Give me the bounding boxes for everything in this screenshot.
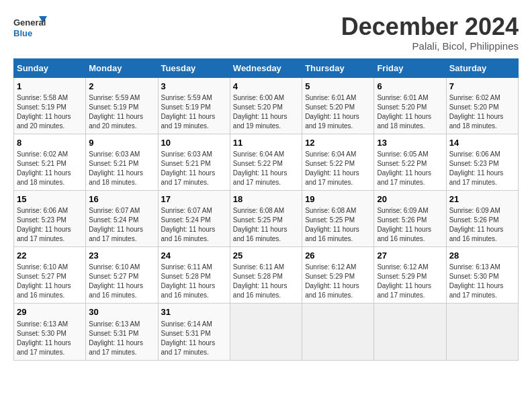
day-info: Sunrise: 6:13 AM Sunset: 5:30 PM Dayligh… xyxy=(17,320,83,357)
calendar-cell: 6Sunrise: 6:01 AM Sunset: 5:20 PM Daylig… xyxy=(374,77,446,134)
calendar-cell: 26Sunrise: 6:12 AM Sunset: 5:29 PM Dayli… xyxy=(302,247,374,304)
day-info: Sunrise: 6:13 AM Sunset: 5:31 PM Dayligh… xyxy=(89,320,154,357)
svg-text:Blue: Blue xyxy=(13,28,32,38)
calendar-cell: 8Sunrise: 6:02 AM Sunset: 5:21 PM Daylig… xyxy=(14,134,86,190)
calendar-week-row: 29Sunrise: 6:13 AM Sunset: 5:30 PM Dayli… xyxy=(14,304,519,360)
calendar-cell: 11Sunrise: 6:04 AM Sunset: 5:22 PM Dayli… xyxy=(230,134,302,190)
day-info: Sunrise: 6:02 AM Sunset: 5:21 PM Dayligh… xyxy=(17,150,83,187)
day-number: 20 xyxy=(377,193,443,205)
day-number: 21 xyxy=(449,193,515,205)
title-area: December 2024 Palali, Bicol, Philippines xyxy=(341,13,519,52)
day-info: Sunrise: 6:06 AM Sunset: 5:23 PM Dayligh… xyxy=(17,206,83,244)
day-info: Sunrise: 6:01 AM Sunset: 5:20 PM Dayligh… xyxy=(305,93,371,131)
calendar-cell: 15Sunrise: 6:06 AM Sunset: 5:23 PM Dayli… xyxy=(14,190,86,246)
logo-icon: GeneralBlue xyxy=(13,13,54,40)
calendar-cell: 4Sunrise: 6:00 AM Sunset: 5:20 PM Daylig… xyxy=(230,77,302,134)
day-info: Sunrise: 6:11 AM Sunset: 5:28 PM Dayligh… xyxy=(233,263,299,300)
calendar-cell: 7Sunrise: 6:02 AM Sunset: 5:20 PM Daylig… xyxy=(446,77,518,134)
day-info: Sunrise: 6:07 AM Sunset: 5:24 PM Dayligh… xyxy=(89,206,154,244)
logo: GeneralBlue xyxy=(13,13,54,40)
calendar-cell: 20Sunrise: 6:09 AM Sunset: 5:26 PM Dayli… xyxy=(374,190,446,246)
day-info: Sunrise: 6:02 AM Sunset: 5:20 PM Dayligh… xyxy=(449,93,515,131)
day-info: Sunrise: 6:09 AM Sunset: 5:26 PM Dayligh… xyxy=(449,206,515,244)
day-number: 5 xyxy=(305,81,371,93)
day-number: 22 xyxy=(17,250,83,262)
calendar-header-row: SundayMondayTuesdayWednesdayThursdayFrid… xyxy=(14,58,519,77)
day-number: 3 xyxy=(161,81,227,93)
column-header-monday: Monday xyxy=(86,58,158,77)
day-info: Sunrise: 6:05 AM Sunset: 5:22 PM Dayligh… xyxy=(377,150,443,187)
calendar-cell: 10Sunrise: 6:03 AM Sunset: 5:21 PM Dayli… xyxy=(158,134,230,190)
calendar-cell: 24Sunrise: 6:11 AM Sunset: 5:28 PM Dayli… xyxy=(158,247,230,304)
day-info: Sunrise: 6:12 AM Sunset: 5:29 PM Dayligh… xyxy=(305,263,371,300)
calendar-cell: 31Sunrise: 6:14 AM Sunset: 5:31 PM Dayli… xyxy=(158,304,230,360)
header: GeneralBlue December 2024 Palali, Bicol,… xyxy=(13,13,519,52)
calendar-cell: 18Sunrise: 6:08 AM Sunset: 5:25 PM Dayli… xyxy=(230,190,302,246)
day-number: 26 xyxy=(305,250,371,262)
day-info: Sunrise: 6:01 AM Sunset: 5:20 PM Dayligh… xyxy=(377,93,443,131)
day-number: 27 xyxy=(377,250,443,262)
calendar-cell: 21Sunrise: 6:09 AM Sunset: 5:26 PM Dayli… xyxy=(446,190,518,246)
day-info: Sunrise: 6:10 AM Sunset: 5:27 PM Dayligh… xyxy=(89,263,154,300)
day-info: Sunrise: 6:11 AM Sunset: 5:28 PM Dayligh… xyxy=(161,263,227,300)
day-number: 31 xyxy=(161,306,227,318)
calendar-cell xyxy=(446,304,518,360)
day-number: 19 xyxy=(305,193,371,205)
column-header-tuesday: Tuesday xyxy=(158,58,230,77)
day-info: Sunrise: 6:04 AM Sunset: 5:22 PM Dayligh… xyxy=(305,150,371,187)
calendar-week-row: 8Sunrise: 6:02 AM Sunset: 5:21 PM Daylig… xyxy=(14,134,519,190)
location-subtitle: Palali, Bicol, Philippines xyxy=(341,40,519,52)
day-info: Sunrise: 6:03 AM Sunset: 5:21 PM Dayligh… xyxy=(161,150,227,187)
day-info: Sunrise: 6:10 AM Sunset: 5:27 PM Dayligh… xyxy=(17,263,83,300)
day-info: Sunrise: 5:59 AM Sunset: 5:19 PM Dayligh… xyxy=(161,93,227,131)
day-info: Sunrise: 6:00 AM Sunset: 5:20 PM Dayligh… xyxy=(233,93,299,131)
calendar-cell: 28Sunrise: 6:13 AM Sunset: 5:30 PM Dayli… xyxy=(446,247,518,304)
day-info: Sunrise: 6:03 AM Sunset: 5:21 PM Dayligh… xyxy=(89,150,154,187)
svg-text:General: General xyxy=(13,17,46,28)
day-info: Sunrise: 6:14 AM Sunset: 5:31 PM Dayligh… xyxy=(161,320,227,357)
calendar-cell xyxy=(230,304,302,360)
day-number: 4 xyxy=(233,81,299,93)
column-header-sunday: Sunday xyxy=(14,58,86,77)
calendar-cell xyxy=(302,304,374,360)
day-info: Sunrise: 5:59 AM Sunset: 5:19 PM Dayligh… xyxy=(89,93,154,131)
day-number: 16 xyxy=(89,193,154,205)
column-header-thursday: Thursday xyxy=(302,58,374,77)
column-header-friday: Friday xyxy=(374,58,446,77)
column-header-wednesday: Wednesday xyxy=(230,58,302,77)
day-info: Sunrise: 6:09 AM Sunset: 5:26 PM Dayligh… xyxy=(377,206,443,244)
calendar-cell: 27Sunrise: 6:12 AM Sunset: 5:29 PM Dayli… xyxy=(374,247,446,304)
calendar-cell xyxy=(374,304,446,360)
day-info: Sunrise: 6:08 AM Sunset: 5:25 PM Dayligh… xyxy=(233,206,299,244)
calendar-table: SundayMondayTuesdayWednesdayThursdayFrid… xyxy=(13,58,519,361)
column-header-saturday: Saturday xyxy=(446,58,518,77)
day-number: 11 xyxy=(233,137,299,149)
day-number: 17 xyxy=(161,193,227,205)
calendar-cell: 1Sunrise: 5:58 AM Sunset: 5:19 PM Daylig… xyxy=(14,77,86,134)
day-number: 10 xyxy=(161,137,227,149)
day-number: 1 xyxy=(17,81,83,93)
month-title: December 2024 xyxy=(341,13,519,40)
calendar-cell: 29Sunrise: 6:13 AM Sunset: 5:30 PM Dayli… xyxy=(14,304,86,360)
day-number: 7 xyxy=(449,81,515,93)
day-number: 25 xyxy=(233,250,299,262)
day-number: 12 xyxy=(305,137,371,149)
day-number: 24 xyxy=(161,250,227,262)
calendar-cell: 12Sunrise: 6:04 AM Sunset: 5:22 PM Dayli… xyxy=(302,134,374,190)
day-number: 23 xyxy=(89,250,154,262)
day-number: 18 xyxy=(233,193,299,205)
day-number: 30 xyxy=(89,306,154,318)
calendar-cell: 14Sunrise: 6:06 AM Sunset: 5:23 PM Dayli… xyxy=(446,134,518,190)
day-info: Sunrise: 6:07 AM Sunset: 5:24 PM Dayligh… xyxy=(161,206,227,244)
calendar-cell: 5Sunrise: 6:01 AM Sunset: 5:20 PM Daylig… xyxy=(302,77,374,134)
day-info: Sunrise: 6:06 AM Sunset: 5:23 PM Dayligh… xyxy=(449,150,515,187)
day-info: Sunrise: 6:04 AM Sunset: 5:22 PM Dayligh… xyxy=(233,150,299,187)
calendar-cell: 16Sunrise: 6:07 AM Sunset: 5:24 PM Dayli… xyxy=(86,190,158,246)
day-number: 8 xyxy=(17,137,83,149)
calendar-week-row: 22Sunrise: 6:10 AM Sunset: 5:27 PM Dayli… xyxy=(14,247,519,304)
day-number: 15 xyxy=(17,193,83,205)
day-number: 28 xyxy=(449,250,515,262)
calendar-week-row: 1Sunrise: 5:58 AM Sunset: 5:19 PM Daylig… xyxy=(14,77,519,134)
calendar-cell: 30Sunrise: 6:13 AM Sunset: 5:31 PM Dayli… xyxy=(86,304,158,360)
calendar-week-row: 15Sunrise: 6:06 AM Sunset: 5:23 PM Dayli… xyxy=(14,190,519,246)
